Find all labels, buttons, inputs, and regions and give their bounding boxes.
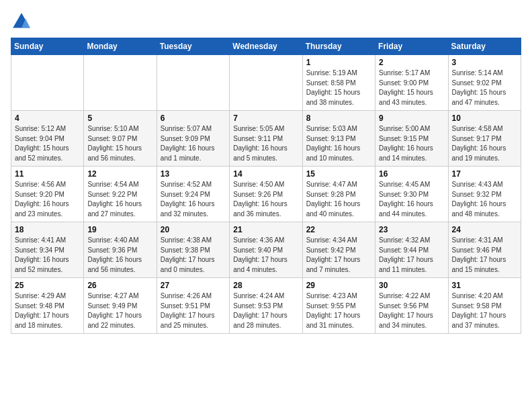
day-info: Sunrise: 4:43 AM Sunset: 9:32 PM Dayligh… <box>452 180 517 219</box>
day-number: 1 <box>306 58 371 67</box>
day-cell: 19Sunrise: 4:40 AM Sunset: 9:36 PM Dayli… <box>84 222 157 278</box>
day-number: 16 <box>379 169 444 179</box>
day-cell: 29Sunrise: 4:23 AM Sunset: 9:55 PM Dayli… <box>302 278 375 334</box>
day-info: Sunrise: 4:56 AM Sunset: 9:20 PM Dayligh… <box>15 180 80 219</box>
week-row-1: 1Sunrise: 5:19 AM Sunset: 8:58 PM Daylig… <box>11 55 521 111</box>
day-info: Sunrise: 5:12 AM Sunset: 9:04 PM Dayligh… <box>15 124 80 163</box>
day-cell <box>157 55 229 111</box>
header-wednesday: Wednesday <box>230 38 302 55</box>
day-cell: 27Sunrise: 4:26 AM Sunset: 9:51 PM Dayli… <box>157 278 229 334</box>
day-cell: 2Sunrise: 5:17 AM Sunset: 9:00 PM Daylig… <box>375 55 448 111</box>
day-number: 25 <box>15 281 80 290</box>
header-tuesday: Tuesday <box>157 38 229 55</box>
day-info: Sunrise: 5:07 AM Sunset: 9:09 PM Dayligh… <box>161 124 226 163</box>
day-info: Sunrise: 4:24 AM Sunset: 9:53 PM Dayligh… <box>233 291 298 330</box>
day-number: 28 <box>233 281 298 290</box>
day-number: 19 <box>87 225 152 234</box>
day-cell: 11Sunrise: 4:56 AM Sunset: 9:20 PM Dayli… <box>11 167 84 222</box>
day-number: 8 <box>306 113 371 123</box>
day-cell: 31Sunrise: 4:20 AM Sunset: 9:58 PM Dayli… <box>448 278 521 334</box>
day-cell: 12Sunrise: 4:54 AM Sunset: 9:22 PM Dayli… <box>84 167 157 222</box>
day-cell: 22Sunrise: 4:34 AM Sunset: 9:42 PM Dayli… <box>302 222 375 278</box>
day-info: Sunrise: 5:19 AM Sunset: 8:58 PM Dayligh… <box>306 68 371 107</box>
day-number: 7 <box>233 113 298 123</box>
day-info: Sunrise: 4:54 AM Sunset: 9:22 PM Dayligh… <box>87 180 152 219</box>
day-cell: 25Sunrise: 4:29 AM Sunset: 9:48 PM Dayli… <box>11 278 84 334</box>
day-info: Sunrise: 4:23 AM Sunset: 9:55 PM Dayligh… <box>306 291 371 330</box>
day-number: 9 <box>379 113 444 123</box>
day-number: 11 <box>15 169 80 179</box>
day-cell: 8Sunrise: 5:03 AM Sunset: 9:13 PM Daylig… <box>302 111 375 167</box>
calendar-header-row: SundayMondayTuesdayWednesdayThursdayFrid… <box>11 38 521 55</box>
header-sunday: Sunday <box>11 38 84 55</box>
day-info: Sunrise: 4:41 AM Sunset: 9:34 PM Dayligh… <box>15 236 80 275</box>
day-number: 30 <box>379 281 444 290</box>
week-row-2: 4Sunrise: 5:12 AM Sunset: 9:04 PM Daylig… <box>11 111 521 167</box>
day-number: 21 <box>233 225 298 234</box>
day-cell: 28Sunrise: 4:24 AM Sunset: 9:53 PM Dayli… <box>230 278 302 334</box>
day-number: 15 <box>306 169 371 179</box>
page-header <box>11 11 521 32</box>
week-row-5: 25Sunrise: 4:29 AM Sunset: 9:48 PM Dayli… <box>11 278 521 334</box>
day-info: Sunrise: 4:40 AM Sunset: 9:36 PM Dayligh… <box>87 236 152 275</box>
day-number: 31 <box>452 281 517 290</box>
day-info: Sunrise: 5:14 AM Sunset: 9:02 PM Dayligh… <box>452 68 517 107</box>
day-info: Sunrise: 5:17 AM Sunset: 9:00 PM Dayligh… <box>379 68 444 107</box>
day-info: Sunrise: 4:26 AM Sunset: 9:51 PM Dayligh… <box>161 291 226 330</box>
day-cell: 26Sunrise: 4:27 AM Sunset: 9:49 PM Dayli… <box>84 278 157 334</box>
day-number: 6 <box>161 113 226 123</box>
day-cell: 5Sunrise: 5:10 AM Sunset: 9:07 PM Daylig… <box>84 111 157 167</box>
day-cell <box>11 55 84 111</box>
day-number: 3 <box>452 58 517 67</box>
day-number: 26 <box>87 281 152 290</box>
day-info: Sunrise: 4:22 AM Sunset: 9:56 PM Dayligh… <box>379 291 444 330</box>
day-info: Sunrise: 5:05 AM Sunset: 9:11 PM Dayligh… <box>233 124 298 163</box>
day-info: Sunrise: 4:27 AM Sunset: 9:49 PM Dayligh… <box>87 291 152 330</box>
day-number: 14 <box>233 169 298 179</box>
day-info: Sunrise: 4:29 AM Sunset: 9:48 PM Dayligh… <box>15 291 80 330</box>
day-number: 2 <box>379 58 444 67</box>
day-cell: 18Sunrise: 4:41 AM Sunset: 9:34 PM Dayli… <box>11 222 84 278</box>
day-info: Sunrise: 4:36 AM Sunset: 9:40 PM Dayligh… <box>233 236 298 275</box>
header-monday: Monday <box>84 38 157 55</box>
day-number: 17 <box>452 169 517 179</box>
day-cell: 15Sunrise: 4:47 AM Sunset: 9:28 PM Dayli… <box>302 167 375 222</box>
week-row-3: 11Sunrise: 4:56 AM Sunset: 9:20 PM Dayli… <box>11 167 521 222</box>
day-cell: 20Sunrise: 4:38 AM Sunset: 9:38 PM Dayli… <box>157 222 229 278</box>
day-cell: 24Sunrise: 4:31 AM Sunset: 9:46 PM Dayli… <box>448 222 521 278</box>
day-cell: 6Sunrise: 5:07 AM Sunset: 9:09 PM Daylig… <box>157 111 229 167</box>
day-cell: 21Sunrise: 4:36 AM Sunset: 9:40 PM Dayli… <box>230 222 302 278</box>
day-number: 13 <box>161 169 226 179</box>
day-number: 29 <box>306 281 371 290</box>
header-thursday: Thursday <box>302 38 375 55</box>
logo-icon <box>11 11 32 32</box>
header-friday: Friday <box>375 38 448 55</box>
day-cell: 14Sunrise: 4:50 AM Sunset: 9:26 PM Dayli… <box>230 167 302 222</box>
day-info: Sunrise: 4:38 AM Sunset: 9:38 PM Dayligh… <box>161 236 226 275</box>
day-number: 22 <box>306 225 371 234</box>
day-info: Sunrise: 4:52 AM Sunset: 9:24 PM Dayligh… <box>161 180 226 219</box>
day-number: 4 <box>15 113 80 123</box>
day-cell: 23Sunrise: 4:32 AM Sunset: 9:44 PM Dayli… <box>375 222 448 278</box>
day-number: 5 <box>87 113 152 123</box>
day-number: 18 <box>15 225 80 234</box>
day-number: 24 <box>452 225 517 234</box>
day-cell: 17Sunrise: 4:43 AM Sunset: 9:32 PM Dayli… <box>448 167 521 222</box>
day-info: Sunrise: 4:32 AM Sunset: 9:44 PM Dayligh… <box>379 236 444 275</box>
logo <box>11 11 35 32</box>
week-row-4: 18Sunrise: 4:41 AM Sunset: 9:34 PM Dayli… <box>11 222 521 278</box>
day-number: 27 <box>161 281 226 290</box>
day-cell: 13Sunrise: 4:52 AM Sunset: 9:24 PM Dayli… <box>157 167 229 222</box>
day-info: Sunrise: 4:58 AM Sunset: 9:17 PM Dayligh… <box>452 124 517 163</box>
day-cell: 3Sunrise: 5:14 AM Sunset: 9:02 PM Daylig… <box>448 55 521 111</box>
day-info: Sunrise: 5:10 AM Sunset: 9:07 PM Dayligh… <box>87 124 152 163</box>
day-cell: 16Sunrise: 4:45 AM Sunset: 9:30 PM Dayli… <box>375 167 448 222</box>
calendar-table: SundayMondayTuesdayWednesdayThursdayFrid… <box>11 38 521 334</box>
day-info: Sunrise: 4:34 AM Sunset: 9:42 PM Dayligh… <box>306 236 371 275</box>
day-number: 23 <box>379 225 444 234</box>
day-info: Sunrise: 4:20 AM Sunset: 9:58 PM Dayligh… <box>452 291 517 330</box>
day-cell: 7Sunrise: 5:05 AM Sunset: 9:11 PM Daylig… <box>230 111 302 167</box>
day-number: 20 <box>161 225 226 234</box>
header-saturday: Saturday <box>448 38 521 55</box>
day-info: Sunrise: 4:45 AM Sunset: 9:30 PM Dayligh… <box>379 180 444 219</box>
